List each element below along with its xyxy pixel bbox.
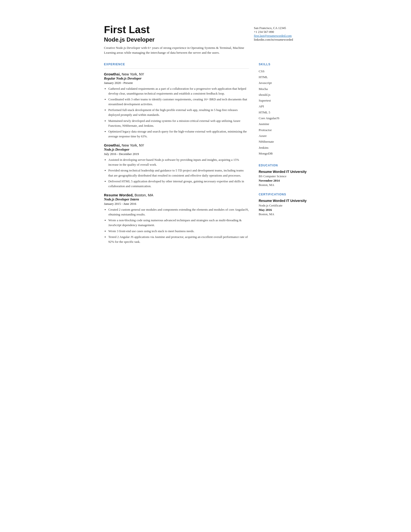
job-1-title: Regular Node.js Developer [104, 77, 249, 81]
skill-shouldjs: should.js [259, 92, 307, 98]
bullet-item: Assisted in developing server-based Node… [108, 157, 249, 167]
bullet-item: Delivered HTML 5 application developed b… [108, 179, 249, 189]
job-3-location: Boston, MA [133, 193, 153, 197]
job-1-dates: January 2020 - Present [104, 81, 249, 85]
candidate-name: First Last [104, 24, 254, 35]
candidate-summary: Creative Node.js Developer with 6+ years… [104, 46, 244, 55]
bullet-item: Coordinated with 3 other teams to identi… [108, 97, 249, 107]
job-3: Resume Worded, Boston, MA Node.js Develo… [104, 193, 249, 244]
skill-nhibernate: NHibernate [259, 139, 307, 145]
job-3-title: Node.js Developer Intern [104, 198, 249, 201]
job-2-bullets: Assisted in developing server-based Node… [104, 157, 249, 189]
main-column: EXPERIENCE Growthsi, New York, NY Regula… [104, 63, 249, 249]
job-2-company-line: Growthsi, New York, NY [104, 143, 249, 147]
cert-date-1: May 2016 [259, 208, 307, 212]
edu-degree-1: BS Computer Science [259, 174, 307, 178]
job-1-location: New York, NY [121, 72, 144, 76]
job-3-bullets: Created 2 custom general use modules and… [104, 207, 249, 244]
job-2-title: Node.js Developer [104, 148, 249, 152]
job-3-dates: January 2015 - June 2016 [104, 202, 249, 206]
side-column: SKILLS CSS HTML Javascript Mocha should.… [259, 63, 307, 249]
contact-email[interactable]: first.last@resumeworded.com [254, 34, 291, 38]
bullet-item: Optimized legacy data storage and search… [108, 129, 249, 139]
job-1-company: Growthsi, [104, 72, 121, 76]
job-2: Growthsi, New York, NY Node.js Developer… [104, 143, 249, 189]
contact-address: San Francisco, CA 12345 [254, 26, 307, 30]
skill-mocha: Mocha [259, 86, 307, 92]
skill-protractor: Protractor [259, 127, 307, 133]
bullet-item: Gathered and validated requirements as a… [108, 86, 249, 96]
skill-angularjs: Core AngularJS [259, 115, 307, 121]
resume-page: First Last Node.js Developer Creative No… [89, 10, 322, 522]
job-1-company-line: Growthsi, New York, NY [104, 72, 249, 76]
job-2-company: Growthsi, [104, 143, 121, 147]
job-2-location: New York, NY [121, 143, 144, 147]
job-1-bullets: Gathered and validated requirements as a… [104, 86, 249, 139]
skills-section-label: SKILLS [259, 63, 307, 66]
skill-jenkins: Jenkins [259, 145, 307, 151]
job-3-company-line: Resume Worded, Boston, MA [104, 193, 249, 197]
experience-divider [104, 68, 249, 69]
bullet-item: Wrote a non-blocking code using numerous… [108, 218, 249, 228]
edu-institution-1: Resume Worded IT University [259, 170, 307, 174]
bullet-item: Performed full-stack development of the … [108, 108, 249, 117]
skill-mongodb: MongoDB [259, 151, 307, 156]
bullet-item: Maintained newly developed and existing … [108, 118, 249, 128]
bullet-item: Wrote 3 front-end use cases using tech s… [108, 229, 249, 234]
skill-html: HTML [259, 74, 307, 80]
bullet-item: Tested 2 Angular JS applications via Jas… [108, 235, 249, 244]
skill-html5: HTML 5 [259, 110, 307, 115]
skill-azure: Azure [259, 133, 307, 139]
education-section-label: EDUCATION [259, 164, 307, 167]
edu-date-1: November 2014 [259, 179, 307, 183]
job-2-dates: July 2016 - December 2019 [104, 152, 249, 156]
skill-supertest: Supertest [259, 98, 307, 104]
contact-phone: +1 234 567-890 [254, 30, 307, 34]
skill-javascript: Javascript [259, 80, 307, 86]
edu-location-1: Boston, MA [259, 183, 307, 187]
header-left: First Last Node.js Developer Creative No… [104, 24, 254, 55]
bullet-item: Provided strong technical leadership and… [108, 168, 249, 178]
skill-jasmine: Jasmine [259, 121, 307, 127]
cert-block-1: Resume Worded IT University Node.js Cert… [259, 199, 307, 216]
job-1: Growthsi, New York, NY Regular Node.js D… [104, 72, 249, 139]
skills-list: CSS HTML Javascript Mocha should.js Supe… [259, 68, 307, 156]
job-3-company: Resume Worded, [104, 193, 133, 197]
bullet-item: Created 2 custom general use modules and… [108, 207, 249, 217]
skill-api: API [259, 104, 307, 109]
contact-linkedin: linkedin.com/in/resumeworded [254, 38, 307, 42]
certifications-section-label: CERTIFICATIONS [259, 193, 307, 196]
education-block-1: Resume Worded IT University BS Computer … [259, 170, 307, 187]
cert-institution-1: Resume Worded IT University [259, 199, 307, 203]
body-columns: EXPERIENCE Growthsi, New York, NY Regula… [104, 63, 307, 249]
experience-section-label: EXPERIENCE [104, 63, 249, 66]
candidate-title: Node.js Developer [104, 36, 254, 43]
header-contact: San Francisco, CA 12345 +1 234 567-890 f… [254, 24, 307, 42]
cert-degree-1: Node.js Certificate [259, 204, 307, 208]
header-section: First Last Node.js Developer Creative No… [104, 24, 307, 55]
cert-location-1: Boston, MA [259, 212, 307, 216]
skill-css: CSS [259, 68, 307, 74]
